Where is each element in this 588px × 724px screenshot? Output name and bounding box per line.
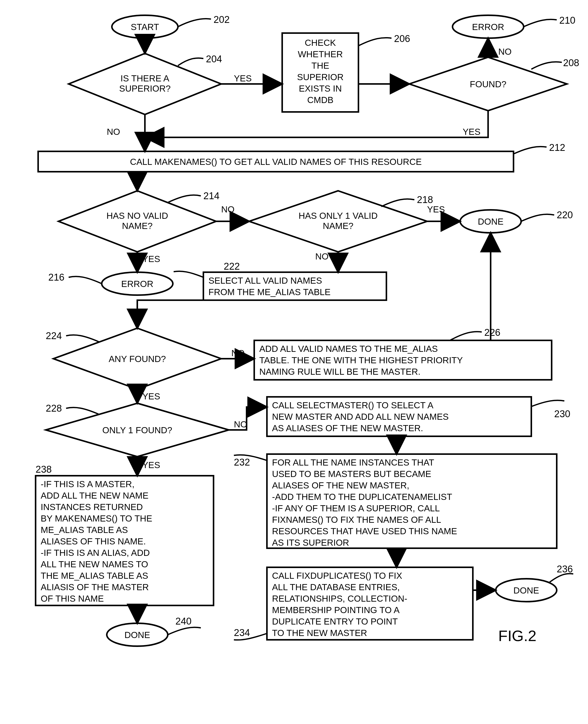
- node-select-names: SELECT ALL VALID NAMES FROM THE ME_ALIAS…: [174, 261, 386, 300]
- svg-text:FOUND?: FOUND?: [470, 79, 506, 89]
- svg-text:TO THE NEW MASTER: TO THE NEW MASTER: [272, 628, 367, 638]
- svg-text:232: 232: [234, 457, 250, 467]
- svg-text:204: 204: [206, 54, 222, 64]
- figure-label: FIG.2: [498, 627, 537, 644]
- svg-text:THE ME_ALIAS TABLE AS: THE ME_ALIAS TABLE AS: [41, 570, 148, 581]
- node-done-236: DONE 236: [496, 564, 573, 602]
- svg-text:FOR ALL THE NAME INSTANCES THA: FOR ALL THE NAME INSTANCES THAT: [272, 457, 434, 467]
- node-has-only-1: HAS ONLY 1 VALID NAME? 218: [249, 191, 433, 252]
- svg-text:SELECT ALL VALID NAMES: SELECT ALL VALID NAMES: [208, 276, 322, 285]
- node-done-240: DONE 240: [107, 616, 201, 646]
- svg-text:HAS ONLY 1 VALID: HAS ONLY 1 VALID: [298, 210, 378, 221]
- svg-text:IS THERE A: IS THERE A: [121, 73, 170, 83]
- svg-text:222: 222: [224, 261, 240, 272]
- svg-text:ALIASIS OF THE MASTER: ALIASIS OF THE MASTER: [41, 582, 149, 592]
- svg-text:NO: NO: [231, 348, 245, 358]
- svg-text:YES: YES: [142, 460, 160, 470]
- svg-text:YES: YES: [142, 391, 160, 401]
- svg-text:214: 214: [203, 190, 219, 201]
- svg-text:NO: NO: [498, 46, 512, 57]
- svg-text:ANY FOUND?: ANY FOUND?: [109, 354, 166, 364]
- svg-text:CHECK: CHECK: [305, 38, 336, 47]
- svg-text:ALIASES OF THE NEW MASTER,: ALIASES OF THE NEW MASTER,: [272, 480, 409, 490]
- svg-text:NO: NO: [234, 419, 247, 429]
- svg-text:ALL THE DATABASE ENTRIES,: ALL THE DATABASE ENTRIES,: [272, 582, 400, 592]
- svg-text:RELATIONSHIPS, COLLECTION-: RELATIONSHIPS, COLLECTION-: [272, 594, 407, 603]
- node-any-found: ANY FOUND? 224: [46, 328, 221, 389]
- svg-text:DUPLICATE ENTRY TO POINT: DUPLICATE ENTRY TO POINT: [272, 617, 398, 626]
- svg-text:THE: THE: [311, 61, 329, 71]
- node-error-210: ERROR 210: [453, 15, 575, 38]
- svg-text:-IF THIS IS A MASTER,: -IF THIS IS A MASTER,: [41, 479, 134, 489]
- svg-text:CALL SELECTMASTER() TO SELECT : CALL SELECTMASTER() TO SELECT A: [272, 400, 434, 410]
- svg-text:YES: YES: [427, 204, 445, 214]
- node-has-no-valid: HAS NO VALID NAME? 214: [59, 190, 219, 252]
- svg-text:ERROR: ERROR: [121, 279, 153, 289]
- svg-text:OF THIS NAME: OF THIS NAME: [41, 594, 104, 603]
- svg-text:CMDB: CMDB: [307, 95, 333, 105]
- svg-text:ME_ALIAS TABLE AS: ME_ALIAS TABLE AS: [41, 525, 128, 535]
- svg-text:AS ITS SUPERIOR: AS ITS SUPERIOR: [272, 538, 349, 547]
- node-only-1-found: ONLY 1 FOUND? 228: [46, 403, 229, 457]
- svg-text:CALL FIXDUPLICATES() TO FIX: CALL FIXDUPLICATES() TO FIX: [272, 570, 402, 581]
- svg-text:228: 228: [46, 403, 62, 414]
- svg-text:224: 224: [46, 330, 62, 341]
- svg-text:-IF ANY OF THEM IS A SUPERIOR,: -IF ANY OF THEM IS A SUPERIOR, CALL: [272, 503, 440, 513]
- svg-text:FIXNAMES() TO FIX THE NAMES OF: FIXNAMES() TO FIX THE NAMES OF ALL: [272, 515, 441, 525]
- svg-text:240: 240: [175, 616, 191, 627]
- svg-text:ALIASES OF THIS NAME.: ALIASES OF THIS NAME.: [41, 536, 146, 546]
- svg-text:INSTANCES RETURNED: INSTANCES RETURNED: [41, 502, 143, 512]
- node-for-all-names: FOR ALL THE NAME INSTANCES THAT USED TO …: [234, 454, 557, 548]
- svg-text:NEW MASTER AND ADD ALL NEW NAM: NEW MASTER AND ADD ALL NEW NAMES: [272, 411, 449, 422]
- svg-text:234: 234: [234, 627, 250, 638]
- svg-text:226: 226: [484, 327, 500, 338]
- svg-text:212: 212: [549, 142, 565, 153]
- svg-text:YES: YES: [463, 127, 481, 137]
- svg-text:FROM THE ME_ALIAS TABLE: FROM THE ME_ALIAS TABLE: [208, 287, 331, 297]
- svg-text:218: 218: [417, 194, 433, 205]
- svg-text:START: START: [131, 22, 159, 32]
- svg-text:HAS NO VALID: HAS NO VALID: [106, 210, 168, 221]
- svg-text:NO: NO: [315, 252, 329, 261]
- svg-text:ERROR: ERROR: [472, 22, 504, 32]
- svg-text:ADD ALL THE NEW NAME: ADD ALL THE NEW NAME: [41, 490, 148, 500]
- svg-text:SUPERIOR?: SUPERIOR?: [119, 83, 171, 93]
- svg-text:YES: YES: [142, 254, 160, 264]
- svg-text:RESOURCES THAT HAVE USED THIS : RESOURCES THAT HAVE USED THIS NAME: [272, 526, 457, 536]
- svg-text:202: 202: [213, 14, 230, 25]
- svg-text:ONLY 1 FOUND?: ONLY 1 FOUND?: [102, 425, 172, 435]
- svg-text:YES: YES: [234, 73, 252, 83]
- svg-text:NAME?: NAME?: [323, 221, 354, 231]
- svg-text:220: 220: [557, 209, 573, 220]
- node-selectmaster: CALL SELECTMASTER() TO SELECT A NEW MAST…: [267, 397, 570, 436]
- node-error-216: ERROR 216: [48, 272, 173, 295]
- svg-text:DONE: DONE: [124, 630, 150, 640]
- svg-text:DONE: DONE: [478, 217, 503, 226]
- node-fixduplicates: CALL FIXDUPLICATES() TO FIX ALL THE DATA…: [234, 567, 473, 640]
- node-is-there-superior: IS THERE A SUPERIOR? 204: [69, 54, 222, 115]
- node-if-master-alias: -IF THIS IS A MASTER, ADD ALL THE NEW NA…: [36, 464, 213, 605]
- node-makenames: CALL MAKENAMES() TO GET ALL VALID NAMES …: [38, 142, 565, 172]
- svg-text:-ADD THEM TO THE DUPLICATENAME: -ADD THEM TO THE DUPLICATENAMELIST: [272, 492, 452, 502]
- svg-text:NAME?: NAME?: [122, 221, 153, 231]
- svg-text:DONE: DONE: [513, 585, 539, 595]
- node-add-all-valid: ADD ALL VALID NAMES TO THE ME_ALIAS TABL…: [254, 327, 552, 380]
- flowchart: START 202 IS THERE A SUPERIOR? 204 CHECK…: [0, 0, 588, 724]
- node-start: START 202: [112, 14, 230, 38]
- node-done-220: DONE 220: [460, 209, 573, 233]
- svg-text:210: 210: [559, 15, 575, 26]
- svg-text:NO: NO: [221, 204, 235, 214]
- svg-text:ADD ALL VALID NAMES TO THE ME_: ADD ALL VALID NAMES TO THE ME_ALIAS: [259, 344, 438, 354]
- svg-text:BY MAKENAMES() TO THE: BY MAKENAMES() TO THE: [41, 514, 152, 523]
- svg-text:216: 216: [48, 272, 64, 283]
- svg-text:SUPERIOR: SUPERIOR: [297, 72, 344, 82]
- svg-text:230: 230: [554, 408, 570, 419]
- svg-text:208: 208: [563, 58, 579, 68]
- svg-text:USED TO BE MASTERS BUT BECAME: USED TO BE MASTERS BUT BECAME: [272, 469, 431, 479]
- svg-text:238: 238: [36, 464, 51, 475]
- svg-text:236: 236: [557, 564, 573, 575]
- svg-text:NO: NO: [107, 127, 120, 137]
- svg-text:-IF THIS IS AN ALIAS, ADD: -IF THIS IS AN ALIAS, ADD: [41, 548, 150, 558]
- svg-text:EXISTS IN: EXISTS IN: [299, 83, 342, 93]
- svg-text:CALL MAKENAMES() TO GET ALL VA: CALL MAKENAMES() TO GET ALL VALID NAMES …: [130, 157, 422, 167]
